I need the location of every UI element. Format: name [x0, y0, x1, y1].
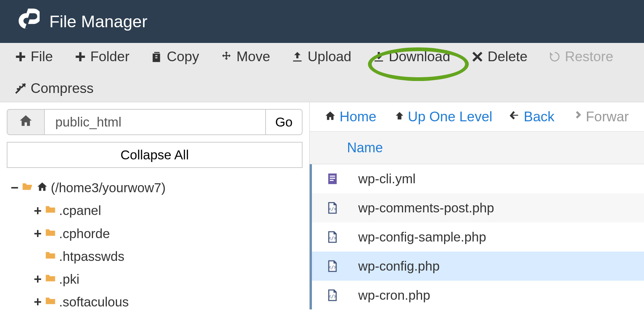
folder-button[interactable]: Folder [69, 46, 135, 67]
nav-forward-label: Forwar [586, 109, 629, 125]
file-icon [325, 288, 340, 303]
file-nav: Home Up One Level Back Forwar [310, 102, 644, 131]
column-header-name[interactable]: Name [310, 131, 644, 164]
path-home-button[interactable] [7, 109, 44, 135]
file-label: File [31, 50, 53, 63]
file-name: wp-cli.yml [340, 171, 416, 186]
copy-label: Copy [167, 50, 199, 63]
tree-item-label: .softaculous [59, 292, 129, 312]
app-title: File Manager [49, 12, 148, 31]
file-row[interactable]: wp-comments-post.php [310, 193, 644, 222]
compress-button[interactable]: Compress [9, 78, 99, 99]
file-icon [325, 259, 340, 274]
expand-toggle[interactable]: + [34, 268, 42, 290]
folder-icon [44, 246, 57, 267]
restore-button[interactable]: Restore [543, 46, 619, 67]
arrow-left-icon [509, 109, 520, 125]
folder-tree: − (/home3/yourwow7) +.cpanel+.cphorde.ht… [7, 176, 303, 314]
restore-label: Restore [565, 50, 613, 63]
nav-up-label: Up One Level [408, 109, 492, 125]
tree-root-label: (/home3/yourwow7) [51, 177, 165, 198]
folder-label: Folder [90, 50, 130, 63]
upload-icon [291, 50, 304, 63]
copy-button[interactable]: Copy [145, 46, 204, 67]
folder-icon [44, 223, 57, 244]
move-label: Move [236, 50, 270, 63]
compress-icon [14, 82, 27, 95]
plus-icon [74, 50, 87, 63]
compress-label: Compress [31, 81, 94, 95]
right-pane: Home Up One Level Back Forwar Name wp-cl… [309, 102, 644, 309]
file-name: wp-cron.php [340, 288, 430, 303]
cpanel-logo-icon [15, 9, 40, 35]
collapse-toggle[interactable]: − [10, 177, 19, 199]
close-icon [471, 50, 484, 63]
folder-icon [44, 269, 57, 290]
home-icon [36, 177, 49, 198]
folder-icon [44, 292, 57, 312]
delete-button[interactable]: Delete [466, 46, 533, 67]
tree-item[interactable]: +.cpanel [34, 199, 303, 222]
restore-icon [548, 50, 561, 63]
arrow-right-icon [571, 109, 582, 125]
go-button[interactable]: Go [265, 109, 303, 135]
app-header: File Manager [0, 0, 644, 43]
path-input[interactable] [44, 109, 265, 135]
upload-label: Upload [307, 50, 351, 63]
file-table: Name wp-cli.ymlwp-comments-post.phpwp-co… [310, 131, 644, 309]
folder-open-icon [21, 177, 34, 198]
expand-toggle[interactable]: + [34, 200, 42, 222]
nav-back-button[interactable]: Back [509, 109, 554, 125]
file-icon [325, 230, 340, 244]
nav-home-label: Home [340, 109, 377, 125]
folder-icon [44, 200, 57, 221]
home-icon [325, 109, 336, 125]
tree-root[interactable]: − (/home3/yourwow7) [10, 176, 303, 199]
collapse-all-button[interactable]: Collapse All [7, 142, 303, 168]
tree-item[interactable]: .htpasswds [34, 245, 303, 268]
file-row[interactable]: wp-cron.php [310, 281, 644, 309]
plus-icon [14, 50, 27, 63]
left-pane: Go Collapse All − (/home3/yourwow7) +.cp… [0, 102, 309, 309]
nav-forward-button[interactable]: Forwar [571, 109, 629, 125]
file-name: wp-config-sample.php [340, 230, 486, 244]
level-up-icon [393, 109, 404, 125]
tree-item-label: .cpanel [59, 200, 101, 221]
file-name: wp-config.php [340, 259, 440, 274]
tree-item-label: .htpasswds [59, 246, 124, 267]
delete-label: Delete [487, 50, 527, 63]
file-icon [325, 200, 340, 215]
upload-button[interactable]: Upload [286, 46, 356, 67]
move-button[interactable]: Move [215, 46, 275, 67]
logo: File Manager [15, 9, 148, 35]
file-row[interactable]: wp-config-sample.php [310, 222, 644, 252]
tree-item-label: .pki [59, 269, 79, 290]
file-row[interactable]: wp-config.php [310, 252, 644, 281]
copy-icon [151, 50, 163, 63]
expand-toggle[interactable]: + [34, 291, 42, 313]
tree-item[interactable]: +.softaculous [34, 290, 303, 314]
expand-toggle[interactable]: + [34, 223, 42, 244]
download-button[interactable]: Download [367, 46, 456, 67]
toolbar: File Folder Copy Move Upload Download De… [0, 43, 644, 102]
download-icon [372, 50, 385, 63]
path-row: Go [7, 109, 303, 135]
nav-back-label: Back [524, 109, 554, 125]
home-icon [19, 113, 33, 131]
file-name: wp-comments-post.php [340, 200, 494, 215]
tree-item[interactable]: +.cphorde [34, 222, 303, 245]
file-icon [325, 171, 340, 186]
nav-up-button[interactable]: Up One Level [393, 109, 492, 125]
nav-home-button[interactable]: Home [325, 109, 377, 125]
move-icon [220, 50, 233, 63]
file-button[interactable]: File [9, 46, 58, 67]
tree-item-label: .cphorde [59, 223, 110, 244]
file-row[interactable]: wp-cli.yml [310, 164, 644, 193]
download-label: Download [389, 50, 451, 63]
tree-item[interactable]: +.pki [34, 268, 303, 291]
